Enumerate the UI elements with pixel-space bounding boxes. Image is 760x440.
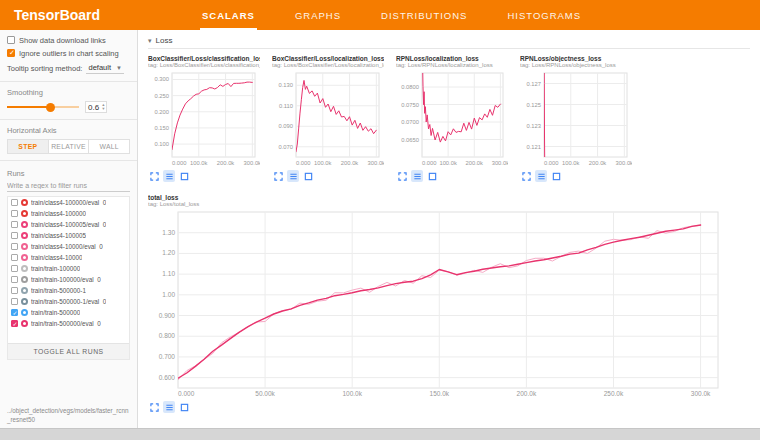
run-row[interactable]: train/train-500000-1/eval_0	[8, 296, 129, 307]
runs-list[interactable]: train/class4-100000/eval_0train/class4-1…	[8, 197, 129, 343]
tab-distributions[interactable]: DISTRIBUTIONS	[379, 1, 469, 30]
svg-text:0.800: 0.800	[159, 332, 176, 339]
box-localization-loss-chart[interactable]: 0.0700.0900.1100.1300.000100.0k200.0k300…	[272, 70, 384, 168]
chart-data-icon[interactable]	[411, 170, 423, 182]
pin-chart-icon[interactable]	[302, 170, 314, 182]
fullscreen-icon[interactable]	[396, 170, 408, 182]
log-directory-path: ../object_detection/vegs/models/faster_r…	[0, 403, 137, 428]
run-row[interactable]: train/train-100000	[8, 263, 129, 274]
fullscreen-icon[interactable]	[272, 170, 284, 182]
small-charts-row: BoxClassifier/Loss/classification_loss t…	[148, 55, 750, 182]
tooltip-sorting-label: Tooltip sorting method:	[7, 64, 82, 73]
run-color-ring-icon	[21, 287, 28, 294]
tab-graphs[interactable]: GRAPHS	[293, 1, 343, 30]
run-row[interactable]: train/class4-100000	[8, 208, 129, 219]
svg-text:100.0k: 100.0k	[190, 160, 208, 166]
svg-text:0.070: 0.070	[278, 144, 293, 150]
run-row[interactable]: train/train-500000-1	[8, 285, 129, 296]
pin-chart-icon[interactable]	[178, 401, 190, 413]
run-checkbox[interactable]	[11, 298, 18, 305]
svg-text:0.200: 0.200	[154, 109, 169, 115]
axis-step-button[interactable]: STEP	[7, 139, 49, 154]
horizontal-scrollbar[interactable]	[0, 428, 760, 440]
run-color-ring-icon	[21, 265, 28, 272]
axis-relative-button[interactable]: RELATIVE	[49, 139, 90, 154]
run-checkbox[interactable]	[11, 232, 18, 239]
chart-title: BoxClassifier/Loss/classification_loss	[148, 55, 260, 62]
svg-text:0.000: 0.000	[422, 160, 437, 166]
pin-chart-icon[interactable]	[426, 170, 438, 182]
tab-histograms[interactable]: HISTOGRAMS	[505, 1, 583, 30]
svg-text:100.0k: 100.0k	[439, 160, 457, 166]
objectness-loss-chart[interactable]: 0.1210.1230.1250.1270.000100.0k200.0k300…	[520, 70, 632, 168]
chart-data-icon[interactable]	[163, 401, 175, 413]
show-download-links-checkbox[interactable]	[7, 36, 15, 44]
chart-data-icon[interactable]	[535, 170, 547, 182]
run-color-ring-icon	[21, 320, 28, 327]
svg-text:0.123: 0.123	[526, 123, 541, 129]
run-row[interactable]: train/class4-100005/eval_0	[8, 219, 129, 230]
ignore-outliers-option[interactable]: Ignore outliers in chart scaling	[7, 49, 130, 58]
smoothing-value-stepper[interactable]: 0.6 ▴▾	[85, 101, 107, 113]
run-checkbox[interactable]	[11, 287, 18, 294]
pin-chart-icon[interactable]	[178, 170, 190, 182]
run-checkbox[interactable]	[11, 210, 18, 217]
tab-scalars[interactable]: SCALARS	[200, 1, 257, 30]
run-label: train/train-100000/eval_0	[31, 276, 101, 283]
svg-text:0.700: 0.700	[159, 353, 176, 360]
axis-wall-button[interactable]: WALL	[89, 139, 130, 154]
chart-card-classification-loss: BoxClassifier/Loss/classification_loss t…	[148, 55, 260, 182]
run-checkbox[interactable]	[11, 265, 18, 272]
run-checkbox[interactable]	[11, 199, 18, 206]
fullscreen-icon[interactable]	[520, 170, 532, 182]
run-row[interactable]: train/train-500000	[8, 307, 129, 318]
fullscreen-icon[interactable]	[148, 170, 160, 182]
chart-card-rpn-localization-loss: RPNLoss/localization_loss tag: Loss/RPNL…	[396, 55, 508, 182]
svg-text:150.0k: 150.0k	[430, 390, 450, 397]
run-color-ring-icon	[21, 210, 28, 217]
smoothing-slider-thumb[interactable]	[46, 103, 55, 112]
svg-text:300.0k: 300.0k	[368, 160, 384, 166]
run-row[interactable]: train/train-500000/eval_0	[8, 318, 129, 329]
run-row[interactable]: train/train-100000/eval_0	[8, 274, 129, 285]
loss-section-header[interactable]: ▾ Loss	[148, 34, 750, 49]
pin-chart-icon[interactable]	[550, 170, 562, 182]
stepper-arrows-icon[interactable]: ▴▾	[102, 103, 104, 111]
run-label: train/class4-100005	[31, 232, 86, 239]
total-loss-chart[interactable]: 0.6000.7000.8000.9001.001.101.201.300.00…	[148, 209, 723, 399]
svg-text:300.0k: 300.0k	[691, 390, 711, 397]
rpn-localization-loss-chart[interactable]: 0.06500.07000.07500.08000.000100.0k200.0…	[396, 70, 508, 168]
loss-section-label: Loss	[156, 36, 173, 45]
run-checkbox[interactable]	[11, 276, 18, 283]
fullscreen-icon[interactable]	[148, 401, 160, 413]
chart-title: total_loss	[148, 194, 750, 201]
classification-loss-chart[interactable]: 0.1000.1500.2000.2500.3000.000100.0k200.…	[148, 70, 260, 168]
svg-text:0.0750: 0.0750	[401, 102, 419, 108]
ignore-outliers-checkbox[interactable]	[7, 49, 15, 57]
run-checkbox[interactable]	[11, 254, 18, 261]
run-checkbox[interactable]	[11, 221, 18, 228]
run-row[interactable]: train/class4-10000/eval_0	[8, 241, 129, 252]
run-checkbox[interactable]	[11, 320, 18, 327]
tooltip-sorting-dropdown[interactable]: default ▼	[86, 62, 123, 74]
show-download-links-option[interactable]: Show data download links	[7, 36, 130, 45]
run-row[interactable]: train/class4-100005	[8, 230, 129, 241]
svg-text:0.000: 0.000	[178, 390, 195, 397]
toggle-all-runs-button[interactable]: TOGGLE ALL RUNS	[8, 343, 129, 359]
collapse-caret-icon: ▾	[148, 37, 152, 45]
runs-filter-input[interactable]	[7, 180, 130, 192]
chart-data-icon[interactable]	[287, 170, 299, 182]
chart-data-icon[interactable]	[163, 170, 175, 182]
svg-text:300.0k: 300.0k	[616, 160, 632, 166]
run-row[interactable]: train/class4-100000/eval_0	[8, 197, 129, 208]
run-color-ring-icon	[21, 243, 28, 250]
run-checkbox[interactable]	[11, 309, 18, 316]
run-label: train/class4-10000	[31, 254, 82, 261]
smoothing-slider[interactable]	[7, 106, 79, 108]
chart-title: RPNLoss/localization_loss	[396, 55, 508, 62]
run-row[interactable]: train/class4-10000	[8, 252, 129, 263]
app-title: TensorBoard	[0, 7, 138, 23]
svg-text:0.300: 0.300	[154, 76, 169, 82]
svg-text:200.0k: 200.0k	[341, 160, 359, 166]
run-checkbox[interactable]	[11, 243, 18, 250]
